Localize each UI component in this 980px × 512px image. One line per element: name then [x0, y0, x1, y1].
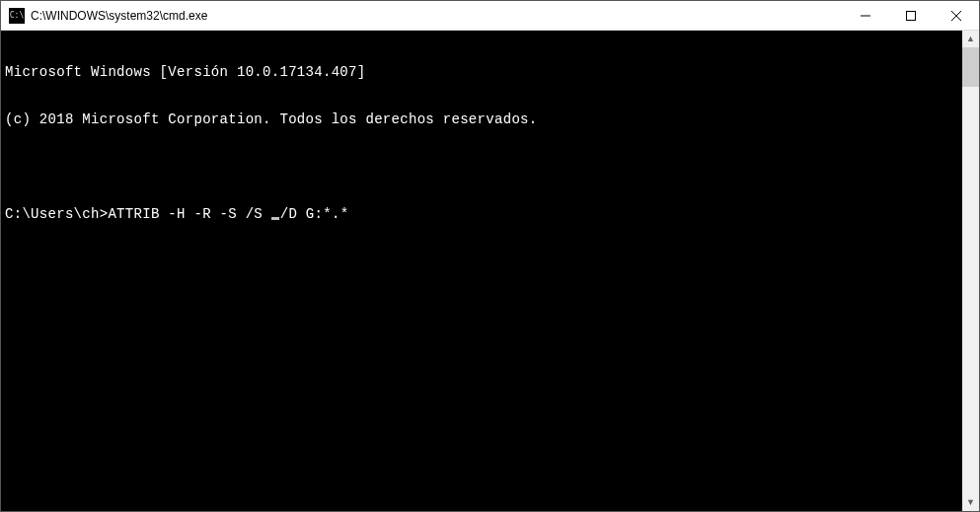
vertical-scrollbar[interactable]: ▲ ▼ [962, 31, 979, 511]
chevron-down-icon: ▼ [966, 498, 975, 507]
terminal-prompt-line: C:\Users\ch>ATTRIB -H -R -S /S /D G:*.* [5, 206, 962, 222]
close-button[interactable] [934, 1, 979, 30]
minimize-button[interactable] [843, 1, 888, 30]
terminal-line-blank [5, 159, 962, 175]
maximize-icon [906, 11, 916, 21]
window-controls [843, 1, 979, 30]
window-title: C:\WINDOWS\system32\cmd.exe [31, 9, 843, 23]
maximize-button[interactable] [888, 1, 934, 30]
titlebar[interactable]: C:\ C:\WINDOWS\system32\cmd.exe [1, 1, 979, 31]
app-icon: C:\ [9, 8, 25, 24]
content-area: Microsoft Windows [Versión 10.0.17134.40… [1, 31, 979, 511]
scrollbar-up-button[interactable]: ▲ [962, 31, 979, 47]
svg-rect-0 [907, 11, 916, 20]
terminal-cursor [271, 217, 279, 220]
scrollbar-thumb[interactable] [962, 47, 979, 87]
terminal-prompt: C:\Users\ch> [5, 206, 108, 222]
terminal-line-copyright: (c) 2018 Microsoft Corporation. Todos lo… [5, 111, 962, 127]
scrollbar-down-button[interactable]: ▼ [962, 494, 979, 511]
close-icon [951, 11, 961, 21]
terminal[interactable]: Microsoft Windows [Versión 10.0.17134.40… [1, 31, 962, 511]
scrollbar-track[interactable] [962, 47, 979, 494]
minimize-icon [861, 11, 870, 21]
terminal-command-pre: ATTRIB -H -R -S /S [108, 206, 270, 222]
cmd-window: C:\ C:\WINDOWS\system32\cmd.exe Microsof… [0, 0, 980, 512]
chevron-up-icon: ▲ [966, 35, 975, 43]
terminal-line-version: Microsoft Windows [Versión 10.0.17134.40… [5, 64, 962, 80]
terminal-command-post: /D G:*.* [280, 206, 349, 222]
